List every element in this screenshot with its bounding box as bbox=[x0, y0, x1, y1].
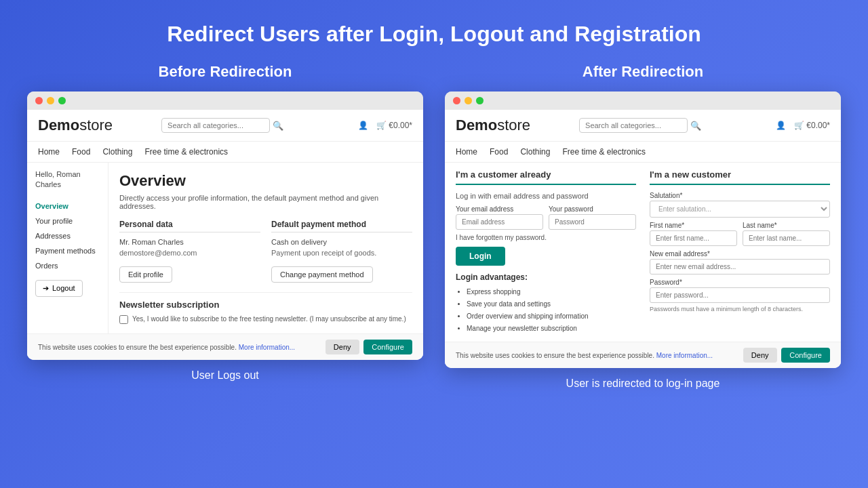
user-icon-after: 👤 bbox=[776, 121, 786, 130]
logo-regular-after: store bbox=[497, 117, 530, 134]
payment-desc: Payment upon receipt of goods. bbox=[271, 249, 412, 257]
sidebar-item-orders[interactable]: Orders bbox=[35, 258, 100, 273]
search-bar-before: 🔍 bbox=[161, 118, 350, 133]
dot-red bbox=[35, 97, 43, 104]
newsletter-section: Newsletter subscription Yes, I would lik… bbox=[119, 292, 412, 324]
login-form-row: Your email address Your password bbox=[456, 205, 636, 230]
before-column: Before Redirection Demostore 🔍 bbox=[27, 63, 423, 390]
cart-icon-before: 🛒 €0.00* bbox=[376, 121, 412, 130]
nav-home-after[interactable]: Home bbox=[456, 147, 477, 157]
nav-clothing-before[interactable]: Clothing bbox=[102, 147, 132, 157]
personal-data-section: Personal data Mr. Roman Charles demostor… bbox=[119, 220, 260, 283]
lastname-group: Last name* bbox=[743, 222, 830, 246]
configure-button-after[interactable]: Configure bbox=[781, 348, 830, 363]
new-customer-col: I'm a new customer Salutation* Enter sal… bbox=[650, 169, 830, 335]
newsletter-title: Newsletter subscription bbox=[119, 300, 412, 310]
overview-desc: Directly access your profile information… bbox=[119, 194, 412, 210]
login-two-col: I'm a customer already Log in with email… bbox=[456, 169, 830, 335]
nav-free-after[interactable]: Free time & electronics bbox=[562, 147, 646, 157]
existing-desc: Log in with email address and password bbox=[456, 192, 636, 200]
deny-button-after[interactable]: Deny bbox=[743, 348, 777, 363]
logout-button[interactable]: ➔ Logout bbox=[35, 280, 83, 297]
logo-bold-before: Demo bbox=[38, 117, 79, 134]
configure-button-before[interactable]: Configure bbox=[363, 340, 412, 354]
dot-green-after bbox=[476, 97, 484, 104]
header-icons-after: 👤 🛒 €0.00* bbox=[776, 121, 830, 130]
new-password-label: Password* bbox=[650, 279, 830, 286]
search-input-before[interactable] bbox=[161, 118, 270, 133]
dot-yellow-after bbox=[465, 97, 472, 104]
password-note: Passwords must have a minimum length of … bbox=[650, 306, 830, 312]
cookie-text-before: This website uses cookies to ensure the … bbox=[38, 344, 295, 351]
nav-free-before[interactable]: Free time & electronics bbox=[144, 147, 228, 157]
dot-red-after bbox=[453, 97, 460, 104]
new-email-input[interactable] bbox=[650, 259, 830, 274]
browser-titlebar-after bbox=[445, 92, 841, 110]
new-password-group: Password* bbox=[650, 279, 830, 303]
payment-title: Default payment method bbox=[271, 220, 412, 232]
login-body: I'm a customer already Log in with email… bbox=[445, 163, 841, 342]
new-email-group: New email address* bbox=[650, 250, 830, 274]
sidebar-item-addresses[interactable]: Addresses bbox=[35, 228, 100, 243]
newsletter-checkbox-row: Yes, I would like to subscribe to the fr… bbox=[119, 315, 412, 324]
nav-home-before[interactable]: Home bbox=[38, 147, 60, 157]
before-browser: Demostore 🔍 👤 🛒 €0.00* Home Food Clo bbox=[27, 92, 423, 360]
store-header-after: Demostore 🔍 👤 🛒 €0.00* bbox=[445, 110, 841, 142]
sidebar-item-profile[interactable]: Your profile bbox=[35, 214, 100, 228]
email-input[interactable] bbox=[456, 214, 543, 230]
login-button[interactable]: Login bbox=[456, 247, 505, 266]
overview-title: Overview bbox=[119, 172, 412, 190]
salutation-select[interactable]: Enter salutation... bbox=[650, 201, 830, 218]
cookie-bar-before: This website uses cookies to ensure the … bbox=[27, 333, 423, 360]
existing-customer-col: I'm a customer already Log in with email… bbox=[456, 169, 636, 335]
store-nav-after: Home Food Clothing Free time & electroni… bbox=[445, 142, 841, 163]
newsletter-label: Yes, I would like to subscribe to the fr… bbox=[132, 315, 406, 323]
sidebar-before: Hello, Roman Charles Overview Your profi… bbox=[27, 163, 108, 333]
advantages-title: Login advantages: bbox=[456, 272, 636, 282]
advantage-1: Express shopping bbox=[467, 286, 636, 298]
store-header-before: Demostore 🔍 👤 🛒 €0.00* bbox=[27, 110, 423, 142]
cookie-link-before[interactable]: More information... bbox=[239, 344, 295, 351]
search-icon-after: 🔍 bbox=[690, 121, 701, 131]
forgot-password-link[interactable]: I have forgotten my password. bbox=[456, 234, 636, 241]
dot-green bbox=[58, 97, 66, 104]
store-logo-before: Demostore bbox=[38, 117, 113, 134]
user-icon-before: 👤 bbox=[358, 121, 368, 130]
email-group: Your email address bbox=[456, 205, 543, 230]
change-payment-button[interactable]: Change payment method bbox=[271, 266, 373, 283]
edit-profile-button[interactable]: Edit profile bbox=[119, 266, 172, 283]
new-password-input[interactable] bbox=[650, 287, 830, 303]
before-sublabel: User Logs out bbox=[191, 369, 259, 382]
password-label: Your password bbox=[549, 205, 636, 213]
personal-data-title: Personal data bbox=[119, 220, 260, 232]
nav-food-before[interactable]: Food bbox=[72, 147, 90, 157]
page-title: Redirect Users after Login, Logout and R… bbox=[167, 22, 701, 47]
deny-button-before[interactable]: Deny bbox=[326, 340, 359, 354]
firstname-input[interactable] bbox=[650, 230, 737, 246]
cookie-bar-after: This website uses cookies to ensure the … bbox=[445, 342, 841, 368]
lastname-input[interactable] bbox=[743, 230, 830, 246]
search-input-after[interactable] bbox=[579, 118, 688, 133]
salutation-label: Salutation* bbox=[650, 192, 830, 199]
password-input[interactable] bbox=[549, 214, 636, 230]
sidebar-item-overview[interactable]: Overview bbox=[35, 199, 100, 214]
firstname-group: First name* bbox=[650, 222, 737, 246]
nav-food-after[interactable]: Food bbox=[490, 147, 508, 157]
cookie-link-after[interactable]: More information... bbox=[656, 352, 713, 359]
advantage-2: Save your data and settings bbox=[467, 298, 636, 310]
nav-clothing-after[interactable]: Clothing bbox=[520, 147, 550, 157]
logo-bold-after: Demo bbox=[456, 117, 497, 134]
advantage-3: Order overview and shipping information bbox=[467, 310, 636, 323]
after-column: After Redirection Demostore 🔍 bbox=[445, 63, 841, 390]
sidebar-item-payment[interactable]: Payment methods bbox=[35, 243, 100, 258]
after-sublabel: User is redirected to log-in page bbox=[566, 378, 720, 390]
cookie-text-after: This website uses cookies to ensure the … bbox=[456, 352, 713, 359]
firstname-label: First name* bbox=[650, 222, 737, 229]
name-row: First name* Last name* bbox=[650, 222, 830, 246]
header-icons-before: 👤 🛒 €0.00* bbox=[358, 121, 412, 130]
new-email-label: New email address* bbox=[650, 250, 830, 258]
personal-name: Mr. Roman Charles bbox=[119, 238, 260, 246]
newsletter-checkbox[interactable] bbox=[119, 315, 128, 324]
payment-method: Cash on delivery bbox=[271, 238, 412, 246]
email-label: Your email address bbox=[456, 205, 543, 213]
